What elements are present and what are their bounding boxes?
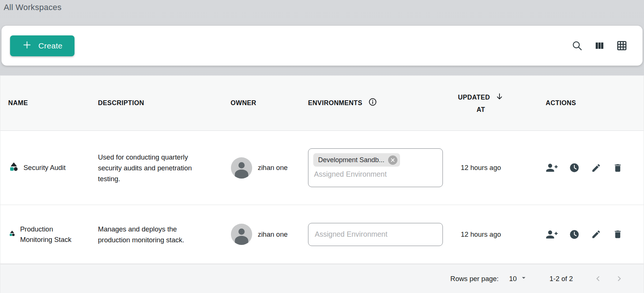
rows-per-page-value: 10 <box>509 275 517 283</box>
remove-environment-icon[interactable] <box>388 155 397 165</box>
add-member-icon[interactable] <box>546 229 558 240</box>
plus-icon <box>22 40 32 52</box>
table-row: Production Monitoring Stack Manages and … <box>0 205 644 264</box>
workspace-shapes-icon <box>9 230 15 239</box>
owner-name: zihan one <box>258 230 288 239</box>
view-columns-icon[interactable] <box>594 40 605 51</box>
edit-icon[interactable] <box>591 229 601 239</box>
delete-icon[interactable] <box>613 163 623 173</box>
edit-icon[interactable] <box>591 163 601 173</box>
workspaces-table: NAME DESCRIPTION OWNER ENVIRONMENTS UPDA… <box>0 75 644 293</box>
column-header-actions: ACTIONS <box>518 99 644 107</box>
table-row: Security Audit Used for conducting quart… <box>0 131 644 205</box>
history-clock-icon[interactable] <box>569 163 580 173</box>
sort-descending-arrow-icon <box>495 92 504 103</box>
environments-header-label: ENVIRONMENTS <box>308 99 362 107</box>
column-header-owner: OWNER <box>224 99 302 107</box>
workspace-name: Production Monitoring Stack <box>20 224 86 245</box>
pagination-range-label: 1-2 of 2 <box>549 275 573 283</box>
environment-input-placeholder: Assigned Environment <box>314 170 438 179</box>
grid-view-icon[interactable] <box>616 40 628 51</box>
updated-at-header-label: UPDATED <box>458 94 490 101</box>
owner-avatar <box>231 224 252 245</box>
environment-chip: Development Sandb... <box>313 153 400 167</box>
table-pagination: Rows per page: 10 1-2 of 2 <box>0 264 644 293</box>
owner-name: zihan one <box>258 164 288 172</box>
create-button[interactable]: Create <box>10 35 74 56</box>
column-header-environments: ENVIRONMENTS <box>302 97 444 108</box>
workspace-shapes-icon <box>9 162 19 174</box>
workspace-name: Security Audit <box>23 163 66 173</box>
environment-input-placeholder: Assigned Environment <box>315 230 387 239</box>
search-icon[interactable] <box>571 40 583 51</box>
updated-at-value: 12 hours ago <box>461 164 501 172</box>
create-button-label: Create <box>38 41 63 50</box>
assigned-environment-select[interactable]: Development Sandb... Assigned Environmen… <box>308 148 443 187</box>
updated-at-header-label-line2: AT <box>477 106 485 114</box>
assigned-environment-select[interactable]: Assigned Environment <box>308 223 443 246</box>
chevron-right-icon[interactable] <box>614 274 624 284</box>
rows-per-page-select[interactable]: 10 <box>509 274 528 284</box>
toolbar: Create <box>1 26 643 66</box>
add-member-icon[interactable] <box>546 162 558 174</box>
owner-avatar <box>231 157 252 179</box>
chevron-left-icon[interactable] <box>593 274 603 284</box>
updated-at-value: 12 hours ago <box>461 230 501 239</box>
history-clock-icon[interactable] <box>569 229 580 240</box>
rows-per-page-label: Rows per page: <box>450 275 499 283</box>
workspace-description: Used for conducting quarterly security a… <box>98 152 207 184</box>
column-header-updated-at[interactable]: UPDATED AT <box>458 92 504 114</box>
workspace-description: Manages and deploys the production monit… <box>98 224 207 245</box>
environment-chip-label: Development Sandb... <box>318 156 384 164</box>
table-header-row: NAME DESCRIPTION OWNER ENVIRONMENTS UPDA… <box>0 76 644 131</box>
dropdown-arrow-icon <box>520 274 528 284</box>
page-title: All Workspaces <box>4 3 61 12</box>
column-header-name: NAME <box>0 99 91 107</box>
delete-icon[interactable] <box>613 229 623 239</box>
info-icon[interactable] <box>368 97 377 108</box>
column-header-description: DESCRIPTION <box>91 99 224 107</box>
